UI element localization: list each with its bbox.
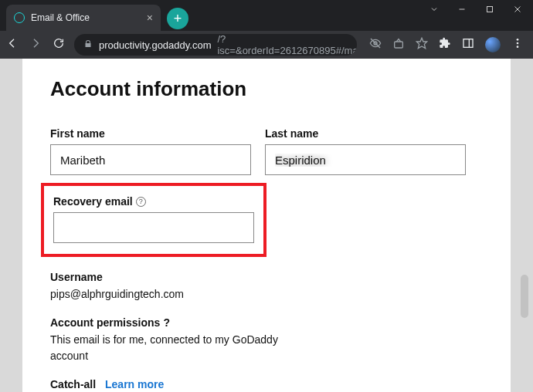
- back-button[interactable]: [6, 37, 19, 52]
- profile-avatar[interactable]: [485, 37, 501, 52]
- recovery-email-highlight: Recovery email ?: [41, 183, 266, 257]
- star-icon[interactable]: [416, 37, 428, 52]
- browser-tab[interactable]: Email & Office ×: [6, 5, 161, 31]
- url-host: productivity.godaddy.com: [99, 39, 211, 51]
- first-name-input[interactable]: [50, 144, 251, 175]
- scrollbar-thumb[interactable]: [521, 275, 528, 318]
- last-name-label: Last name: [265, 127, 466, 140]
- permissions-label: Account permissions ?: [50, 316, 483, 329]
- share-icon[interactable]: [392, 37, 405, 52]
- browser-toolbar: productivity.godaddy.com/?isc=&orderId=2…: [0, 31, 533, 59]
- window-close-icon[interactable]: [513, 3, 522, 11]
- content-area: Account information First name Last name…: [0, 59, 533, 392]
- window-controls: [429, 0, 533, 11]
- panel-icon[interactable]: [462, 37, 474, 52]
- svg-rect-6: [395, 42, 403, 48]
- last-name-input[interactable]: [265, 144, 466, 175]
- permissions-text: This email is for me, connected to my Go…: [50, 332, 305, 364]
- username-value: pips@alphrguidingtech.com: [50, 286, 305, 302]
- tab-title: Email & Office: [31, 12, 141, 23]
- reload-button[interactable]: [53, 37, 65, 52]
- lock-icon: [83, 39, 93, 51]
- svg-rect-1: [487, 7, 493, 12]
- extensions-icon[interactable]: [439, 37, 451, 52]
- svg-point-10: [517, 39, 519, 41]
- recovery-email-label: Recovery email ?: [53, 195, 254, 208]
- catchall-learn-more-link[interactable]: Learn more: [105, 378, 164, 390]
- menu-icon[interactable]: [511, 37, 524, 52]
- recovery-email-input[interactable]: [53, 212, 254, 243]
- first-name-label: First name: [50, 127, 251, 140]
- tab-favicon-icon: [14, 12, 25, 23]
- help-icon[interactable]: ?: [136, 197, 146, 207]
- new-tab-button[interactable]: +: [167, 8, 188, 29]
- tab-close-icon[interactable]: ×: [147, 12, 153, 23]
- eye-off-icon[interactable]: [369, 37, 382, 52]
- page: Account information First name Last name…: [22, 59, 511, 392]
- address-bar[interactable]: productivity.godaddy.com/?isc=&orderId=2…: [74, 34, 357, 56]
- catchall-label: Catch-all Learn more: [50, 378, 483, 390]
- username-label: Username: [50, 271, 483, 283]
- url-path: /?isc=&orderId=2612670895#/mailb…: [217, 34, 357, 56]
- window-chevron-icon[interactable]: [429, 3, 439, 11]
- help-icon[interactable]: ?: [163, 316, 170, 329]
- page-title: Account information: [50, 77, 483, 101]
- svg-point-11: [517, 42, 519, 45]
- svg-point-12: [517, 46, 519, 48]
- svg-marker-7: [416, 38, 426, 48]
- window-minimize-icon[interactable]: [457, 3, 467, 11]
- svg-rect-8: [463, 39, 473, 48]
- window-maximize-icon[interactable]: [485, 3, 494, 11]
- forward-button[interactable]: [29, 37, 42, 52]
